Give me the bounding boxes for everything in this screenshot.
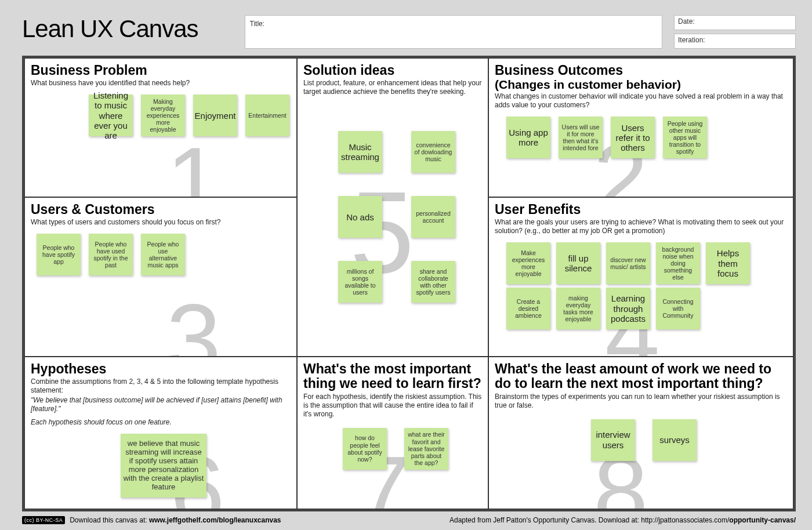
sticky-note[interactable]: People who use alternative music apps <box>141 234 185 275</box>
sticky-note[interactable]: Users refer it to others <box>611 117 655 158</box>
cell-desc: What are the goals your users are trying… <box>495 218 787 235</box>
cell-title: Business Problem <box>31 63 291 78</box>
sticky-note[interactable]: Using app more <box>506 117 550 158</box>
cc-badge: (cc) BY-NC-SA <box>22 516 65 524</box>
sticky-note[interactable]: Make experiences more enjoyable <box>506 242 550 284</box>
notes-area-row2: Create a desired ambiencemaking everyday… <box>495 288 787 329</box>
sticky-note[interactable]: Listening to music where ever you are <box>89 95 133 136</box>
footer-right: Adapted from Jeff Patton's Opportunity C… <box>449 516 796 524</box>
notes-area: interview userssurveys <box>495 419 787 461</box>
notes-area: we believe that music streaming will inc… <box>31 434 291 498</box>
cell-title: Hypotheses <box>31 362 291 376</box>
cell-desc-3: Each hypothesis should focus on one feat… <box>31 418 291 427</box>
canvas-container: Lean UX Canvas Title: Date: Iteration: B… <box>5 5 807 525</box>
sticky-note[interactable]: People who have used spotify in the past <box>89 234 133 275</box>
cell-desc-1: Combine the assumptions from 2, 3, 4 & 5… <box>31 377 291 395</box>
title-field[interactable]: Title: <box>245 15 662 49</box>
cell-solution-ideas: Solution ideas List product, feature, or… <box>297 58 488 357</box>
cell-desc: Brainstorm the types of experiments you … <box>495 393 787 410</box>
sticky-note[interactable]: we believe that music streaming will inc… <box>121 434 206 498</box>
cell-title: Business Outcomes <box>495 63 787 78</box>
lean-ux-canvas-grid: Business Problem What business have you … <box>22 56 796 511</box>
title-label: Title: <box>250 20 265 28</box>
sticky-note[interactable]: Entertainment <box>245 95 289 136</box>
date-field[interactable]: Date: <box>674 15 796 30</box>
sticky-note[interactable]: Helps them focus <box>706 242 750 284</box>
sticky-note[interactable]: No ads <box>338 196 382 238</box>
sticky-note[interactable]: convenience of dowloading music <box>411 131 455 173</box>
sticky-note[interactable]: personalized account <box>411 196 455 238</box>
cell-title: What's the most important thing we need … <box>303 362 482 391</box>
cell-title: Solution ideas <box>303 63 482 78</box>
cell-desc: For each hypothesis, identify the riskie… <box>303 393 482 419</box>
notes-area: People who have spotify appPeople who ha… <box>31 234 291 275</box>
sticky-note[interactable]: background noise when doing something el… <box>656 242 700 284</box>
sticky-note[interactable]: fill up silence <box>556 242 600 284</box>
notes-area: Music streamingconvenience of dowloading… <box>303 131 482 303</box>
sticky-note[interactable]: People who have spotify app <box>37 234 81 275</box>
sticky-note[interactable]: surveys <box>652 419 697 461</box>
sticky-note[interactable]: share and collaborate with other spotify… <box>411 261 455 303</box>
sticky-note[interactable]: Making everyday experiences more enjoyab… <box>141 95 185 136</box>
cell-learn-first: What's the most important thing we need … <box>297 357 488 509</box>
cell-desc: What types of users and customers should… <box>31 218 291 227</box>
note-pair: millions of songs available to usersshar… <box>338 261 455 303</box>
cell-least-work: What's the least amount of work we need … <box>488 357 793 509</box>
cell-subtitle: (Changes in customer behavior) <box>495 78 787 91</box>
sticky-note[interactable]: how do people feel about spotify now? <box>343 428 387 470</box>
notes-area: Listening to music where ever you areMak… <box>31 95 291 136</box>
sticky-note[interactable]: interview users <box>591 419 635 461</box>
header: Lean UX Canvas Title: Date: Iteration: <box>5 5 807 56</box>
notes-area: Using app moreUsers will use it for more… <box>495 117 787 158</box>
sticky-note[interactable]: Enjoyment <box>193 95 237 136</box>
sticky-note[interactable]: Music streaming <box>338 131 382 173</box>
cell-desc: List product, feature, or enhancement id… <box>303 79 482 96</box>
notes-area-row1: Make experiences more enjoyablefill up s… <box>495 242 787 284</box>
sticky-note[interactable]: discover new music/ artists <box>606 242 650 284</box>
cell-business-outcomes: Business Outcomes (Changes in customer b… <box>488 58 793 197</box>
sticky-note[interactable]: People using other music apps will trans… <box>663 117 707 158</box>
footer: (cc) BY-NC-SA Download this canvas at: w… <box>5 515 807 525</box>
cell-hypotheses: Hypotheses Combine the assumptions from … <box>24 357 297 509</box>
sticky-note[interactable]: Create a desired ambience <box>506 288 550 329</box>
cell-users-customers: Users & Customers What types of users an… <box>24 197 297 357</box>
cell-title: User Benefits <box>495 202 787 217</box>
iteration-field[interactable]: Iteration: <box>674 34 796 49</box>
footer-left: Download this canvas at: www.jeffgothelf… <box>70 516 281 524</box>
sticky-note[interactable]: Users will use it for more then what it'… <box>559 117 603 158</box>
sticky-note[interactable]: making everyday tasks more enjoyable <box>556 288 600 329</box>
cell-number: 3 <box>166 289 221 357</box>
cell-user-benefits: User Benefits What are the goals your us… <box>488 197 793 357</box>
page: Lean UX Canvas Title: Date: Iteration: B… <box>0 0 812 530</box>
sticky-note[interactable]: what are their favorit and lease favorit… <box>404 428 448 470</box>
cell-title: Users & Customers <box>31 202 291 217</box>
sticky-note[interactable]: millions of songs available to users <box>338 261 382 303</box>
note-pair: Music streamingconvenience of dowloading… <box>338 131 455 173</box>
notes-area: how do people feel about spotify now?wha… <box>303 428 482 470</box>
cell-title: What's the least amount of work we need … <box>495 362 787 391</box>
cell-desc-2: "We believe that [business outcome] will… <box>31 396 291 413</box>
sticky-note[interactable]: Learning through podcasts <box>606 288 650 329</box>
main-title: Lean UX Canvas <box>22 15 198 43</box>
cell-desc: What business have you identified that n… <box>31 79 291 88</box>
cell-business-problem: Business Problem What business have you … <box>24 58 297 197</box>
cell-number: 1 <box>166 133 221 197</box>
note-pair: No adspersonalized account <box>338 196 455 238</box>
meta-fields: Date: Iteration: <box>674 15 796 49</box>
sticky-note[interactable]: Connecting with Community <box>656 288 700 329</box>
cell-desc: What changes in customer behavior will i… <box>495 92 787 110</box>
